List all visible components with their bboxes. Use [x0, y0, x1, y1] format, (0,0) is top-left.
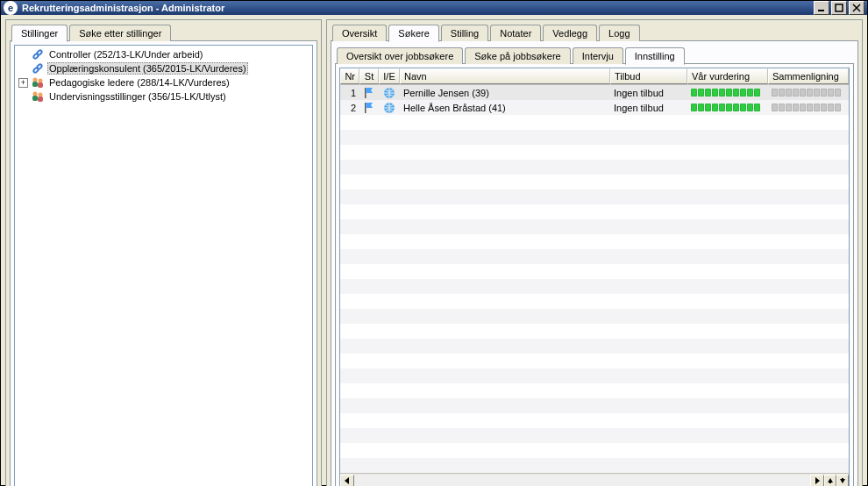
tab-vedlegg[interactable]: Vedlegg [543, 25, 597, 41]
empty-row [340, 234, 849, 249]
close-button[interactable] [849, 1, 864, 15]
col-header-nr[interactable]: Nr [340, 68, 359, 84]
maximize-button[interactable] [831, 1, 847, 15]
tab-label: Innstilling [635, 51, 675, 61]
subtab-intervju[interactable]: Intervju [573, 47, 623, 64]
left-tabstrip: Stillinger Søke etter stillinger [10, 25, 317, 41]
svg-rect-18 [829, 482, 831, 483]
empty-row [340, 309, 849, 324]
app-icon: e [4, 1, 18, 15]
empty-row [340, 189, 849, 204]
rating-bars [691, 89, 760, 96]
grid-scrollbar[interactable] [340, 473, 849, 486]
tab-label: Oversikt over jobbsøkere [346, 51, 453, 61]
empty-row [340, 413, 849, 428]
svg-rect-14 [365, 88, 366, 98]
grid-body[interactable]: 1Pernille Jensen (39)Ingen tilbud2Helle … [340, 85, 849, 473]
tab-label: Søke på jobbsøkere [474, 51, 560, 61]
col-header-sammenligning[interactable]: Sammenligning [768, 68, 849, 84]
position-tree[interactable]: Controller (252/13-LK/Under arbeid)Opplæ… [14, 45, 313, 486]
rating-bars [772, 89, 841, 96]
tab-sokere[interactable]: Søkere [388, 25, 438, 42]
expand-spacer [18, 92, 28, 102]
tree-item[interactable]: Undervisningsstillinger (356/15-LK/Utlys… [15, 89, 312, 104]
left-panel: Stillinger Søke etter stillinger Control… [5, 19, 322, 486]
sort-down-button[interactable] [836, 475, 849, 487]
col-header-vurdering[interactable]: Vår vurdering [687, 68, 768, 84]
empty-row [340, 204, 849, 219]
empty-row [340, 428, 849, 443]
empty-row [340, 324, 849, 339]
tab-label: Notater [500, 28, 531, 39]
applicant-grid: Nr St I/E Navn Tilbud Vår vurdering Samm… [339, 68, 850, 486]
empty-row [340, 160, 849, 175]
col-header-st[interactable]: St [359, 68, 379, 84]
tab-label: Søkere [398, 28, 429, 39]
empty-row [340, 339, 849, 354]
subtab-innstilling[interactable]: Innstilling [625, 47, 685, 65]
svg-rect-19 [842, 478, 843, 480]
col-header-ie[interactable]: I/E [379, 68, 400, 84]
people-icon [31, 89, 45, 104]
titlebar: e Rekrutteringsadministrasjon - Administ… [1, 1, 867, 15]
empty-row [340, 219, 849, 234]
svg-rect-1 [836, 4, 843, 11]
tab-label: Vedlegg [552, 28, 587, 39]
tree-item[interactable]: Controller (252/13-LK/Under arbeid) [15, 47, 312, 61]
expand-icon[interactable]: + [18, 78, 28, 88]
window-title: Rekrutteringsadministrasjon - Administra… [22, 3, 814, 13]
scroll-left-button[interactable] [340, 475, 354, 487]
tree-item[interactable]: Opplæringskonsulent (365/2015-LK/Vurdere… [15, 61, 312, 75]
tab-stilling[interactable]: Stilling [441, 25, 488, 41]
col-header-navn[interactable]: Navn [400, 68, 610, 84]
tab-logg[interactable]: Logg [599, 25, 639, 41]
svg-rect-7 [32, 82, 38, 87]
subtab-soke-pa-jobbsokere[interactable]: Søke på jobbsøkere [465, 47, 570, 64]
table-row[interactable]: 1Pernille Jensen (39)Ingen tilbud [340, 85, 849, 100]
expand-spacer [18, 64, 28, 74]
cell-name: Pernille Jensen (39) [400, 85, 610, 100]
cell-ie [379, 85, 400, 100]
tab-stillinger[interactable]: Stillinger [11, 25, 68, 42]
chain-icon [31, 47, 45, 61]
tab-notater[interactable]: Notater [490, 25, 541, 41]
cell-sammenligning [768, 100, 849, 115]
right-tab-body: Oversikt over jobbsøkere Søke på jobbsøk… [331, 40, 858, 486]
cell-vurdering [687, 100, 768, 115]
tree-item-label: Pedagogiske ledere (288/14-LK/Vurderes) [47, 77, 231, 88]
col-header-tilbud[interactable]: Tilbud [610, 68, 687, 84]
empty-row [340, 294, 849, 309]
svg-rect-11 [32, 96, 38, 101]
sort-up-button[interactable] [824, 475, 836, 487]
tab-label: Stilling [451, 28, 479, 39]
right-panel: Oversikt Søkere Stilling Notater Vedlegg… [326, 19, 863, 486]
tree-item[interactable]: +Pedagogiske ledere (288/14-LK/Vurderes) [15, 75, 312, 89]
expand-spacer [18, 50, 28, 60]
tab-oversikt[interactable]: Oversikt [332, 25, 387, 41]
table-row[interactable]: 2Helle Åsen Bråstad (41)Ingen tilbud [340, 100, 849, 115]
svg-point-8 [39, 79, 43, 83]
cell-vurdering [687, 85, 768, 100]
svg-point-3 [36, 49, 42, 55]
empty-row [340, 130, 849, 145]
tab-soke-etter-stillinger[interactable]: Søke etter stillinger [69, 25, 171, 41]
empty-row [340, 145, 849, 160]
cell-ie [379, 100, 400, 115]
rating-bars [691, 104, 760, 111]
tab-label: Logg [608, 28, 630, 39]
tree-item-label: Controller (252/13-LK/Under arbeid) [47, 49, 204, 60]
cell-name: Helle Åsen Bråstad (41) [400, 100, 610, 115]
cell-tilbud: Ingen tilbud [610, 85, 687, 100]
subtab-oversikt-jobbsokere[interactable]: Oversikt over jobbsøkere [337, 47, 463, 64]
cell-nr: 1 [340, 85, 359, 100]
grid-header: Nr St I/E Navn Tilbud Vår vurdering Samm… [340, 68, 849, 85]
scroll-right-button[interactable] [810, 475, 824, 487]
scroll-track[interactable] [354, 475, 810, 487]
left-tab-body: Controller (252/13-LK/Under arbeid)Opplæ… [10, 40, 317, 486]
cell-sammenligning [768, 85, 849, 100]
empty-row [340, 249, 849, 264]
svg-point-6 [33, 78, 38, 82]
cell-nr: 2 [340, 100, 359, 115]
svg-rect-9 [38, 82, 43, 88]
minimize-button[interactable] [814, 1, 829, 15]
